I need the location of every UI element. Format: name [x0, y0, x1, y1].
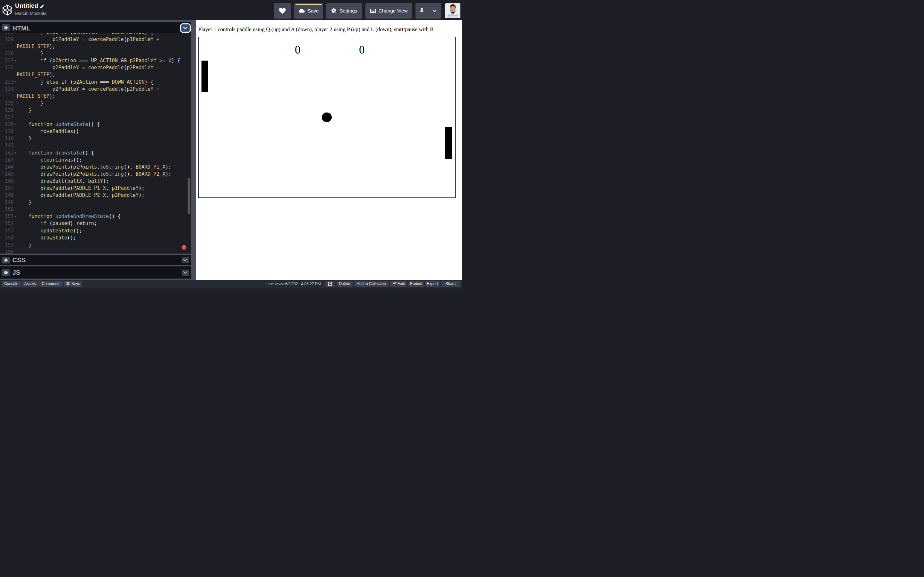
code-row: 130 } — [0, 50, 191, 57]
editor-panel: HTML 128▾ } else if (p1Action === DOWN_A… — [0, 20, 191, 280]
pin-button[interactable] — [415, 3, 428, 19]
code-row: 137 — [0, 114, 191, 121]
error-badge[interactable]: ! — [182, 245, 186, 250]
player1-paddle — [202, 61, 208, 92]
code-row: 152 if (paused) return; — [0, 220, 191, 227]
code-row: PADDLE_STEP); — [0, 71, 191, 78]
code-row: PADDLE_STEP); — [0, 93, 191, 100]
last-saved-time: 6/3/2021 4:06:27 PM — [285, 282, 321, 286]
keys-label: Keys — [71, 282, 80, 286]
panel-resizer[interactable] — [191, 20, 196, 280]
code-row: 139 movePaddles() — [0, 128, 191, 135]
code-row: 148 drawPaddle(PADDLE_P2_X, p2PaddleY); — [0, 192, 191, 199]
css-section-label: CSS — [12, 256, 26, 264]
player1-score: 0 — [295, 44, 300, 55]
code-row: 144 drawPoints(p1Points.toString(), BOAR… — [0, 163, 191, 171]
unsaved-indicator — [296, 4, 322, 5]
code-row: 140 } — [0, 135, 191, 142]
pong-canvas[interactable]: 0 0 — [198, 37, 456, 198]
pin-button-group — [415, 3, 441, 19]
settings-button[interactable]: Settings — [326, 3, 362, 19]
code-row: 129 p1PaddleY = coercePaddle(p1PaddleY + — [0, 36, 191, 43]
add-to-collection-button[interactable]: Add to Collection — [354, 281, 389, 287]
code-row: 133▾ } else if (p2Action === DOWN_ACTION… — [0, 79, 191, 85]
fork-button[interactable]: Fork — [390, 281, 407, 287]
pin-icon — [419, 8, 424, 14]
save-button[interactable]: Save — [294, 3, 323, 19]
change-view-button-label: Change View — [379, 8, 408, 14]
code-row: 149 } — [0, 199, 191, 206]
fork-button-label: Fork — [397, 282, 405, 286]
gear-icon — [4, 26, 8, 30]
gear-icon — [4, 258, 8, 262]
html-section-label: HTML — [12, 25, 31, 32]
chevron-down-icon — [183, 27, 187, 29]
code-row: 131▾ if (p2Action === UP_ACTION && p2Pad… — [0, 57, 191, 64]
like-button[interactable] — [274, 3, 291, 19]
edit-title-icon[interactable] — [40, 4, 44, 9]
save-button-label: Save — [308, 8, 319, 14]
codepen-logo-icon[interactable] — [3, 5, 12, 16]
code-row: 146 drawBall(ballX, ballY); — [0, 177, 191, 185]
js-section-label: JS — [12, 269, 20, 276]
chevron-down-icon — [183, 259, 187, 261]
command-icon: ⌘ — [66, 282, 70, 286]
gear-icon — [331, 8, 336, 13]
css-collapse-button[interactable] — [182, 257, 190, 263]
preview-pane: Player 1 controls paddle using Q (up) an… — [196, 20, 462, 280]
console-button[interactable]: Console — [2, 281, 21, 287]
code-row: 132 p2PaddleY = coercePaddle(p2PaddleY - — [0, 64, 191, 71]
app-header: Untitled Marcin Moskała Save Settings — [0, 0, 462, 20]
comments-button[interactable]: Comments — [39, 281, 63, 287]
css-settings-gear-button[interactable] — [2, 257, 10, 263]
export-button[interactable]: Export — [425, 281, 439, 287]
gear-icon — [4, 271, 8, 275]
player2-score: 0 — [359, 44, 365, 55]
settings-button-label: Settings — [339, 8, 357, 14]
codepen-editor: Untitled Marcin Moskała Save Settings — [0, 0, 462, 288]
code-row: 145 drawPoints(p2Points.toString(), BOAR… — [0, 171, 191, 177]
code-row: 142▾ function drawState() { — [0, 149, 191, 156]
code-row: 147 drawPaddle(PADDLE_P1_X, p1PaddleY); — [0, 185, 191, 192]
pin-menu-button[interactable] — [428, 3, 441, 19]
code-row: 141 — [0, 142, 191, 149]
keyboard-shortcuts-button[interactable]: ⌘Keys — [64, 281, 82, 287]
view-icon — [370, 9, 376, 13]
fork-icon — [392, 282, 396, 285]
heart-icon — [279, 8, 286, 14]
code-row: 151▾ function updateAndDrawState() { — [0, 213, 191, 220]
change-view-button[interactable]: Change View — [365, 3, 412, 19]
code-row: 143 clearCanvas(); — [0, 156, 191, 163]
status-bar: Console Assets Comments ⌘Keys Last saved… — [0, 280, 462, 288]
code-row: 150 — [0, 206, 191, 213]
html-settings-gear-button[interactable] — [2, 24, 10, 31]
game-instructions: Player 1 controls paddle using Q (up) an… — [198, 26, 434, 33]
css-section-header: CSS — [0, 255, 191, 265]
embed-button[interactable]: Embed — [409, 281, 424, 287]
html-collapse-button[interactable] — [182, 25, 190, 31]
code-row: PADDLE_STEP); — [0, 43, 191, 50]
delete-button[interactable]: Delete — [336, 281, 352, 287]
code-rows: 128▾ } else if (p1Action === DOWN_ACTION… — [0, 33, 191, 253]
chevron-down-icon — [183, 271, 187, 274]
last-saved-label: Last saved — [266, 282, 284, 286]
code-row: 134 p2PaddleY = coercePaddle(p2PaddleY + — [0, 85, 191, 93]
external-link-icon — [328, 282, 332, 286]
editor-scrollbar[interactable] — [188, 178, 190, 214]
html-code-editor[interactable]: 128▾ } else if (p1Action === DOWN_ACTION… — [0, 33, 191, 253]
code-row: 155 } — [0, 242, 191, 248]
open-live-view-button[interactable] — [325, 281, 335, 287]
js-settings-gear-button[interactable] — [2, 269, 10, 276]
js-collapse-button[interactable] — [182, 269, 190, 276]
avatar[interactable] — [445, 3, 460, 18]
code-row: 135 } — [0, 100, 191, 107]
assets-button[interactable]: Assets — [22, 281, 38, 287]
code-row: 156 — [0, 248, 191, 253]
code-row: 128▾ } else if (p1Action === DOWN_ACTION… — [0, 33, 191, 36]
pen-author[interactable]: Marcin Moskała — [15, 11, 47, 16]
share-button[interactable]: Share — [441, 281, 460, 287]
code-row: 138▾ function updateState() { — [0, 121, 191, 128]
html-section-header: HTML — [0, 22, 191, 33]
pen-title: Untitled — [15, 2, 38, 9]
chevron-down-icon — [433, 10, 437, 12]
